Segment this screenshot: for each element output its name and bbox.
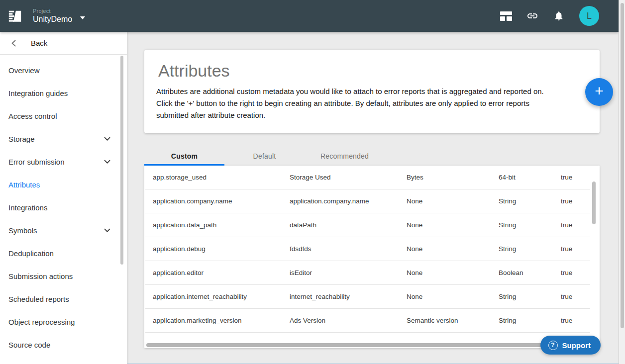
- tab-label: Recommended: [320, 152, 369, 160]
- project-name: UnityDemo: [33, 15, 72, 24]
- sidebar-nav: OverviewIntegration guidesAccess control…: [0, 55, 127, 356]
- add-attribute-button[interactable]: +: [585, 78, 613, 106]
- table-cell: dataPath: [290, 221, 407, 229]
- chevron-down-icon: [104, 137, 110, 141]
- back-label: Back: [31, 39, 47, 47]
- tab-recommended[interactable]: Recommended: [305, 147, 385, 166]
- table-cell: String: [499, 317, 561, 324]
- table-cell: application.company.name: [290, 197, 407, 205]
- table-cell: internet_reachability: [290, 293, 407, 300]
- sidebar-item-label: Access control: [8, 112, 57, 120]
- table-row[interactable]: application.company.nameapplication.comp…: [145, 189, 590, 213]
- table-cell: app.storage_used: [153, 174, 290, 181]
- table-cell: None: [407, 197, 499, 205]
- main-content: Attributes Attributes are additional cus…: [127, 32, 619, 364]
- table-cell: isEditor: [290, 269, 407, 276]
- sidebar-item-label: Overview: [8, 66, 40, 75]
- table-cell: true: [561, 245, 590, 253]
- table-vertical-scrollbar-thumb[interactable]: [592, 182, 596, 224]
- table-cell: application.debug: [153, 245, 290, 253]
- table-cell: true: [561, 221, 590, 229]
- table-horizontal-scrollbar: [144, 342, 600, 348]
- tab-custom[interactable]: Custom: [144, 147, 224, 166]
- sidebar-item-overview[interactable]: Overview: [0, 59, 127, 82]
- table-cell: None: [407, 293, 499, 300]
- table-cell: true: [561, 317, 590, 324]
- sidebar-item-integration-guides[interactable]: Integration guides: [0, 82, 127, 104]
- dashboard-layout-icon[interactable]: [500, 10, 512, 22]
- table-row[interactable]: application.data_pathdataPathNoneStringt…: [145, 213, 590, 237]
- sidebar-scrollbar-thumb[interactable]: [120, 56, 123, 265]
- sidebar-item-object-reprocessing[interactable]: Object reprocessing: [0, 310, 127, 333]
- table-cell: None: [407, 245, 499, 253]
- table-cell: application.marketing_version: [153, 317, 290, 324]
- sidebar-item-label: Error submission: [8, 158, 65, 166]
- sidebar-item-label: Deduplication: [8, 249, 54, 258]
- attributes-table: app.storage_usedStorage UsedBytes64-bitt…: [144, 166, 600, 348]
- sidebar-item-error-submission[interactable]: Error submission: [0, 150, 127, 173]
- tab-default[interactable]: Default: [224, 147, 305, 166]
- settings-sidebar: Back OverviewIntegration guidesAccess co…: [0, 32, 127, 364]
- table-row[interactable]: app.storage_usedStorage UsedBytes64-bitt…: [145, 166, 590, 189]
- sidebar-item-symbols[interactable]: Symbols: [0, 219, 127, 242]
- support-label: Support: [562, 341, 591, 350]
- attribute-tabs: CustomDefaultRecommended: [144, 147, 600, 166]
- sidebar-item-storage[interactable]: Storage: [0, 127, 127, 150]
- page-title: Attributes: [158, 61, 555, 81]
- table-cell: 64-bit: [499, 174, 561, 181]
- table-cell: None: [407, 221, 499, 229]
- sidebar-item-submission-actions[interactable]: Submission actions: [0, 265, 127, 287]
- sidebar-item-label: Attributes: [8, 181, 40, 189]
- table-cell: None: [407, 269, 499, 276]
- table-cell: Semantic version: [407, 317, 499, 324]
- chevron-down-icon: [104, 160, 110, 164]
- table-row[interactable]: application.internet_reachabilityinterne…: [145, 285, 590, 309]
- table-cell: Ads Version: [290, 317, 407, 324]
- sidebar-item-scheduled-reports[interactable]: Scheduled reports: [0, 287, 127, 310]
- sidebar-item-attributes[interactable]: Attributes: [0, 173, 127, 196]
- table-cell: fdsdfds: [290, 245, 407, 253]
- sidebar-item-label: Symbols: [8, 226, 37, 235]
- app-window: Project UnityDemo: [0, 0, 625, 364]
- backtrace-logo-icon[interactable]: [7, 8, 23, 24]
- table-cell: true: [561, 174, 590, 181]
- user-avatar[interactable]: L: [579, 6, 599, 26]
- chevron-left-icon: [11, 40, 16, 47]
- tab-label: Default: [253, 152, 276, 160]
- sidebar-item-label: Storage: [8, 135, 35, 143]
- support-button[interactable]: ? Support: [540, 336, 601, 355]
- project-switcher[interactable]: Project UnityDemo: [33, 8, 85, 24]
- sidebar-item-label: Integrations: [8, 203, 47, 212]
- table-cell: true: [561, 197, 590, 205]
- project-label: Project: [33, 8, 72, 14]
- table-row[interactable]: application.debugfdsdfdsNoneStringtrue: [145, 237, 590, 261]
- notifications-bell-icon[interactable]: [553, 10, 565, 22]
- table-cell: String: [499, 221, 561, 229]
- sidebar-item-access-control[interactable]: Access control: [0, 104, 127, 127]
- attributes-header-card: Attributes Attributes are additional cus…: [144, 50, 600, 133]
- page-description: Attributes are additional custom metadat…: [156, 86, 555, 121]
- sidebar-item-label: Submission actions: [8, 272, 73, 280]
- table-horizontal-scrollbar-thumb[interactable]: [146, 343, 570, 347]
- table-cell: application.data_path: [153, 221, 290, 229]
- table-cell: Bytes: [407, 174, 499, 181]
- table-cell: application.company.name: [153, 197, 290, 205]
- page-scrollbar-thumb[interactable]: [621, 3, 624, 328]
- table-cell: String: [499, 245, 561, 253]
- table-row[interactable]: application.editorisEditorNoneBooleantru…: [145, 261, 590, 285]
- sidebar-item-label: Object reprocessing: [8, 318, 75, 326]
- table-cell: Storage Used: [290, 174, 407, 181]
- table-cell: application.internet_reachability: [153, 293, 290, 300]
- table-cell: true: [561, 269, 590, 276]
- sidebar-item-label: Integration guides: [8, 89, 68, 97]
- sidebar-item-deduplication[interactable]: Deduplication: [0, 242, 127, 265]
- table-row[interactable]: application.marketing_versionAds Version…: [145, 309, 590, 333]
- sidebar-item-label: Source code: [8, 341, 50, 349]
- sidebar-item-source-code[interactable]: Source code: [0, 333, 127, 356]
- chevron-down-icon: [104, 228, 110, 232]
- sidebar-item-integrations[interactable]: Integrations: [0, 196, 127, 219]
- table-cell: true: [561, 293, 590, 300]
- back-button[interactable]: Back: [0, 32, 127, 55]
- tab-label: Custom: [171, 152, 198, 160]
- link-icon[interactable]: [526, 10, 538, 22]
